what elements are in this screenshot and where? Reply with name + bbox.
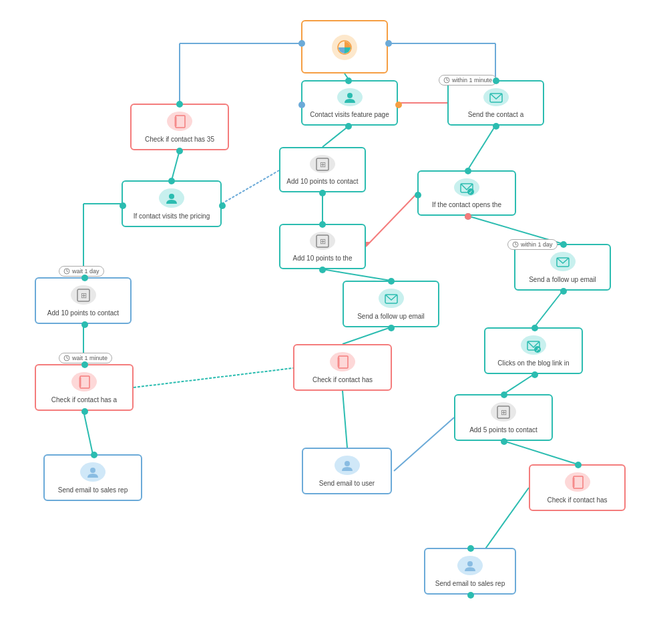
node-label: Add 10 points to contact bbox=[47, 309, 119, 317]
svg-line-22 bbox=[222, 170, 279, 204]
node-icon bbox=[332, 35, 357, 60]
svg-line-61 bbox=[447, 80, 448, 81]
connector-dot bbox=[298, 40, 305, 47]
connector-dot bbox=[493, 123, 499, 130]
node-icon bbox=[80, 462, 105, 482]
node-icon bbox=[483, 88, 509, 106]
node-add-5-pts[interactable]: ⊞ Add 5 points to contact bbox=[454, 394, 553, 441]
connector-dot bbox=[388, 325, 395, 331]
connector-dot bbox=[120, 202, 126, 209]
connector-dot bbox=[575, 462, 582, 468]
svg-line-8 bbox=[467, 126, 495, 170]
node-clicks-blog[interactable]: ↗ Clicks on the blog link in bbox=[484, 327, 583, 374]
wait-label: within 1 day bbox=[521, 241, 553, 248]
node-send-followup-2[interactable]: Send a follow up email bbox=[514, 244, 611, 291]
svg-text:⊞: ⊞ bbox=[320, 160, 326, 168]
connector-dot bbox=[298, 102, 305, 108]
svg-rect-57 bbox=[79, 377, 81, 387]
connector-dot bbox=[501, 438, 507, 445]
svg-line-19 bbox=[172, 150, 180, 180]
svg-point-50 bbox=[467, 561, 473, 567]
connector-dot bbox=[467, 592, 474, 599]
svg-text:⊞: ⊞ bbox=[320, 237, 326, 245]
node-icon bbox=[379, 289, 404, 308]
svg-line-3 bbox=[322, 269, 391, 281]
connector-dot bbox=[493, 77, 499, 84]
connector-dot bbox=[501, 391, 507, 398]
svg-rect-35 bbox=[339, 356, 348, 368]
node-if-contact-opens[interactable]: ✓ If the contact opens the bbox=[417, 170, 516, 216]
svg-text:↗: ↗ bbox=[535, 347, 540, 353]
node-check-contact-1[interactable]: Check if contact has bbox=[293, 344, 392, 391]
node-icon bbox=[167, 112, 192, 131]
wait-label: within 1 minute bbox=[452, 77, 492, 84]
connector-dot bbox=[81, 408, 88, 415]
node-icon bbox=[565, 472, 590, 492]
node-label: Check if contact has a bbox=[51, 395, 117, 404]
connector-dot bbox=[319, 221, 326, 228]
node-icon bbox=[330, 352, 355, 371]
node-icon: ↗ bbox=[521, 335, 546, 355]
svg-line-67 bbox=[67, 271, 68, 272]
svg-rect-56 bbox=[80, 376, 89, 388]
svg-line-14 bbox=[503, 441, 578, 464]
node-icon bbox=[550, 252, 576, 271]
connector-dot bbox=[531, 371, 538, 378]
connector-dot bbox=[531, 325, 538, 331]
node-label: Add 10 points to the bbox=[293, 254, 353, 263]
node-send-followup-1[interactable]: Send a follow up email bbox=[343, 281, 439, 327]
node-send-email-user-1[interactable]: Send email to user bbox=[302, 448, 392, 494]
node-label: Check if contact has bbox=[547, 496, 607, 504]
node-add-10-pts-1[interactable]: ⊞ Add 10 points to contact bbox=[279, 147, 366, 192]
svg-line-12 bbox=[534, 291, 563, 327]
connector-dot bbox=[176, 101, 183, 108]
node-label: Check if contact has bbox=[312, 375, 373, 384]
svg-rect-51 bbox=[176, 116, 185, 128]
node-label: Contact visits feature page bbox=[310, 110, 389, 119]
svg-line-5 bbox=[343, 391, 347, 448]
node-add-10-pts-2[interactable]: ⊞ Add 10 points to the bbox=[279, 224, 366, 269]
node-label: Send email to sales rep bbox=[435, 579, 505, 588]
wait-label: wait 1 day bbox=[72, 268, 99, 275]
svg-line-1 bbox=[322, 126, 349, 147]
connector-dot bbox=[81, 275, 88, 281]
connector-dot bbox=[345, 123, 352, 130]
svg-point-53 bbox=[169, 194, 174, 199]
svg-rect-49 bbox=[572, 478, 575, 487]
connector-dot bbox=[560, 241, 567, 248]
node-check-contact-35[interactable]: Check if contact has 35 bbox=[130, 104, 229, 150]
connector-dot bbox=[81, 361, 88, 368]
node-label: Add 5 points to contact bbox=[469, 426, 537, 434]
svg-point-58 bbox=[90, 468, 95, 473]
node-label: Send a follow up email bbox=[357, 312, 425, 321]
connector-dot bbox=[465, 168, 471, 174]
node-trigger[interactable] bbox=[301, 20, 388, 73]
connector-dot bbox=[415, 192, 421, 198]
svg-line-13 bbox=[503, 374, 534, 394]
svg-point-29 bbox=[347, 93, 353, 98]
connector-dot bbox=[176, 148, 183, 154]
node-icon: ⊞ bbox=[310, 232, 335, 250]
connector-dot bbox=[385, 40, 392, 47]
wait-badge-1-day: wait 1 day bbox=[59, 266, 104, 277]
connector-dot bbox=[560, 288, 567, 295]
node-icon bbox=[159, 188, 184, 208]
svg-line-4 bbox=[343, 327, 391, 344]
wait-label: wait 1 minute bbox=[72, 355, 107, 361]
node-label: If contact visits the pricing bbox=[134, 212, 210, 220]
node-label: Send email to sales rep bbox=[58, 486, 128, 494]
node-contact-visits-feature[interactable]: Contact visits feature page bbox=[301, 80, 398, 126]
node-send-sales-rep-2[interactable]: Send email to sales rep bbox=[43, 454, 142, 501]
node-send-sales-rep-1[interactable]: Send email to sales rep bbox=[424, 548, 516, 595]
node-add-10-pts-left[interactable]: ⊞ Add 10 points to contact bbox=[35, 277, 132, 324]
svg-rect-52 bbox=[174, 117, 177, 126]
svg-rect-48 bbox=[574, 476, 583, 488]
node-if-visits-pricing[interactable]: If contact visits the pricing bbox=[122, 180, 222, 227]
svg-point-37 bbox=[345, 461, 350, 466]
node-send-contact-email[interactable]: Send the contact a bbox=[447, 80, 544, 126]
node-icon bbox=[335, 456, 360, 475]
node-label: Check if contact has 35 bbox=[145, 135, 214, 144]
connector-dot bbox=[467, 545, 474, 552]
node-check-contact-2[interactable]: Check if contact has bbox=[529, 464, 626, 511]
node-check-contact-a[interactable]: Check if contact has a bbox=[35, 364, 134, 411]
